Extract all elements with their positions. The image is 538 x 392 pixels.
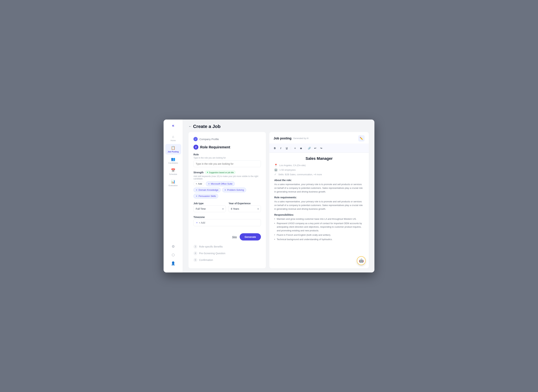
sidebar-item-label-evaluation: Evaluation <box>169 184 178 187</box>
sidebar-bottom: ⚙ ⬡ 👤 <box>165 243 181 267</box>
step2-number: 2 <box>194 145 198 149</box>
bold-button[interactable]: B <box>272 145 278 151</box>
role-input[interactable] <box>194 160 261 167</box>
sidebar-item-evaluation[interactable]: 📊 Evaluation <box>165 178 181 188</box>
job-posting-section-title: Job posting <box>274 137 292 140</box>
strength-badge: ★ Suggestion based on job title <box>205 171 236 174</box>
job-meta: 📍 Los Angeles, CA (On-site) 🏢 1-50 emplo… <box>274 164 364 176</box>
sidebar-item-logout[interactable]: ⬡ <box>165 251 181 259</box>
left-panel: ✓ Company Profile 2 Role Requirement Rol… <box>189 132 266 268</box>
steps-below: 3 Role-specific Benefits 4 Pre-Screening… <box>194 240 261 263</box>
chat-fab-button[interactable]: 🤖 <box>357 256 366 265</box>
tag-problem-solving[interactable]: ✕ Problem-Solving <box>222 187 246 192</box>
step1-title: Company Profile <box>199 138 219 141</box>
right-panel: Job posting Generated by AI ✏️ B I U ≡ ≣ <box>269 132 369 268</box>
schedule-icon: 📅 <box>171 168 175 173</box>
role-field-group: Role Type in the role you are looking fo… <box>194 153 261 167</box>
redo-button[interactable]: ↪ <box>319 145 324 151</box>
add-skill-button[interactable]: + Add <box>194 182 204 186</box>
strength-sublabel: Add skill keywords (max 10) to make your… <box>194 175 261 180</box>
responsibility-item-1: Maintain and grow existing customer base… <box>274 217 364 221</box>
location-icon: 📍 <box>274 164 278 167</box>
undo-button[interactable]: ↩ <box>313 145 318 151</box>
ordered-list-button[interactable]: ≣ <box>298 145 304 151</box>
chat-icon: 🤖 <box>359 258 364 263</box>
logout-icon: ⬡ <box>172 253 175 257</box>
role-req-title: Role requirements: <box>274 196 364 199</box>
add-label: Add <box>198 182 202 185</box>
settings-icon: ⚙ <box>172 244 175 249</box>
sidebar-item-settings[interactable]: ⚙ <box>165 243 181 250</box>
timezone-add-button[interactable]: + + Add <box>194 219 261 226</box>
job-type-label: Job type <box>194 202 226 205</box>
profile-icon: 👤 <box>171 261 175 266</box>
strength-badge-text: Suggestion based on job title <box>209 171 234 173</box>
about-role-text: As a sales representative, your primary … <box>274 183 364 194</box>
italic-button[interactable]: I <box>278 145 283 151</box>
timezone-add-label: + Add <box>199 221 205 224</box>
job-posting-title-row: Job posting Generated by AI <box>274 137 309 140</box>
experience-label: Year of Experience <box>229 202 261 205</box>
tag-domain[interactable]: ✕ Domain Knowledge <box>194 187 221 192</box>
experience-field: Year of Experience 6 Years 1 Year 2 Year… <box>229 202 261 212</box>
sidebar-item-candidates[interactable]: 👥 Candidates <box>165 155 181 166</box>
sidebar-item-label-home: Home <box>171 139 176 141</box>
edit-button[interactable]: ✏️ <box>358 135 365 141</box>
timezone-field-group: Timezone + + Add <box>194 216 261 226</box>
content-area: ✓ Company Profile 2 Role Requirement Rol… <box>183 132 374 272</box>
step5-item: 5 Confirmation <box>194 257 261 263</box>
back-button[interactable]: ← <box>189 125 192 128</box>
step3-item: 3 Role-specific Benefits <box>194 243 261 250</box>
experience-select[interactable]: 6 Years 1 Year 2 Years 3 Years <box>229 205 261 212</box>
link-button[interactable]: 🔗 <box>307 145 312 151</box>
page-title: Create a Job <box>193 124 221 129</box>
sidebar-logo: « <box>172 123 174 128</box>
sidebar-item-profile[interactable]: 👤 <box>165 259 181 267</box>
strength-row: Strength ★ Suggestion based on job title <box>194 171 261 174</box>
tag-persuasion[interactable]: ✕ Persuasion Skills <box>194 194 218 198</box>
tags-container: + Add ✕ Microsoft Office Suite ✕ Domain … <box>194 182 261 198</box>
role-sublabel: Type in the role you are looking for <box>194 157 261 159</box>
sidebar-item-home[interactable]: ⌂ Home <box>165 133 181 143</box>
step2-header: 2 Role Requirement <box>194 145 261 149</box>
job-location: Los Angeles, CA (On-site) <box>279 164 306 167</box>
unordered-list-button[interactable]: ≡ <box>292 145 298 151</box>
sidebar: « ⌂ Home 📋 Job Posting 👥 Candidates 📅 Sc… <box>164 120 183 272</box>
step5-number: 5 <box>194 258 197 262</box>
sidebar-item-label-candidates: Candidates <box>168 162 178 164</box>
toolbar-separator-2 <box>305 146 305 150</box>
star-icon: ★ <box>207 171 208 173</box>
job-meta-location: 📍 Los Angeles, CA (On-site) <box>274 164 364 167</box>
skip-button[interactable]: Skip <box>232 236 237 238</box>
evaluation-icon: 📊 <box>171 179 175 184</box>
job-meta-skills: ✓ Skills: B2B Sales, communication, +4 m… <box>274 173 364 176</box>
tag-domain-label: Domain Knowledge <box>199 189 218 191</box>
job-skills: Skills: B2B Sales, communication, +4 mor… <box>278 173 322 176</box>
main-content: ← Create a Job ✓ Company Profile 2 Role … <box>183 120 374 272</box>
timezone-plus-icon: + <box>196 221 198 224</box>
tag-microsoft-label: Microsoft Office Suite <box>211 182 232 185</box>
step4-item: 4 Pre-Screening Question <box>194 250 261 257</box>
editor-toolbar: B I U ≡ ≣ 🔗 ↩ ↪ <box>269 144 369 153</box>
experience-select-wrapper: 6 Years 1 Year 2 Years 3 Years <box>229 205 261 212</box>
remove-domain-icon: ✕ <box>196 189 198 191</box>
generate-button[interactable]: Generate <box>240 233 261 240</box>
home-icon: ⌂ <box>172 135 174 139</box>
sidebar-item-job-posting[interactable]: 📋 Job Posting <box>165 144 181 154</box>
job-type-field: Job type Full Time Part Time Contract <box>194 202 226 212</box>
job-company-size: 1-50 employees <box>279 168 296 171</box>
tag-microsoft[interactable]: ✕ Microsoft Office Suite <box>206 182 235 186</box>
responsibilities-title: Responsibilities: <box>274 213 364 216</box>
candidates-icon: 👥 <box>171 157 175 161</box>
underline-button[interactable]: U <box>284 145 289 151</box>
job-content: Sales Manager 📍 Los Angeles, CA (On-site… <box>269 153 369 268</box>
step3-number: 3 <box>194 245 197 249</box>
job-posting-header: Job posting Generated by AI ✏️ <box>269 132 369 144</box>
responsibilities-list: Maintain and grow existing customer base… <box>274 217 364 241</box>
step5-label: Confirmation <box>199 259 213 261</box>
sidebar-item-schedule[interactable]: 📅 Schedule <box>165 167 181 177</box>
remove-persuasion-icon: ✕ <box>196 195 198 197</box>
remove-problem-icon: ✕ <box>224 189 226 191</box>
timezone-label: Timezone <box>194 216 261 219</box>
job-type-select[interactable]: Full Time Part Time Contract <box>194 205 226 212</box>
